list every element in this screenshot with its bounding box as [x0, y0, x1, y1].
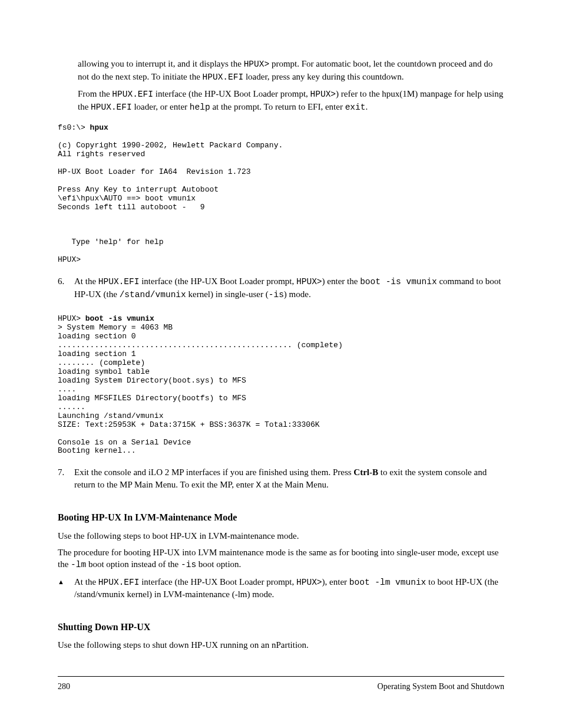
shutdown-title: Shutting Down HP-UX — [58, 621, 504, 634]
footer-title: Operating System Boot and Shutdown — [378, 681, 504, 693]
ctrl-b-key: Ctrl-B — [353, 467, 378, 477]
step7: 7. Exit the console and iLO 2 MP interfa… — [58, 466, 504, 495]
page-number: 280 — [58, 681, 70, 693]
code-block-1: fs0:\> hpux (c) Copyright 1990-2002, Hew… — [58, 124, 504, 265]
step7-para: Exit the console and iLO 2 MP interfaces… — [74, 466, 504, 491]
lvm-title: Booting HP-UX In LVM-Maintenance Mode — [58, 511, 504, 524]
hpux-prompt: HPUX> — [244, 60, 270, 69]
code-block-2: HPUX> boot -is vmunix > System Memory = … — [58, 315, 504, 456]
step5-continuation: allowing you to interrupt it, and it dis… — [78, 58, 504, 113]
x-command: X — [256, 480, 262, 490]
lvm-bullet-text: At the HPUX.EFI interface (the HP-UX Boo… — [74, 576, 504, 601]
lvm-p1: Use the following steps to boot HP-UX in… — [58, 530, 504, 542]
step5-para2: From the HPUX.EFI interface (the HP-UX B… — [78, 88, 504, 113]
lvm-p2: The procedure for booting HP-UX into LVM… — [58, 546, 504, 571]
lvm-bullet-row: ▲ At the HPUX.EFI interface (the HP-UX B… — [58, 576, 504, 604]
step7-num: 7. — [58, 466, 74, 495]
step6-num: 6. — [58, 275, 74, 304]
shutdown-p1: Use the following steps to shut down HP-… — [58, 639, 504, 651]
hpux-efi: HPUX.EFI — [203, 73, 244, 82]
step6: 6. At the HPUX.EFI interface (the HP-UX … — [58, 275, 504, 304]
page-footer: 280 Operating System Boot and Shutdown — [58, 676, 504, 693]
step5-para1: allowing you to interrupt it, and it dis… — [78, 58, 504, 83]
bullet-icon: ▲ — [58, 576, 74, 604]
step6-para: At the HPUX.EFI interface (the HP-UX Boo… — [74, 275, 504, 301]
